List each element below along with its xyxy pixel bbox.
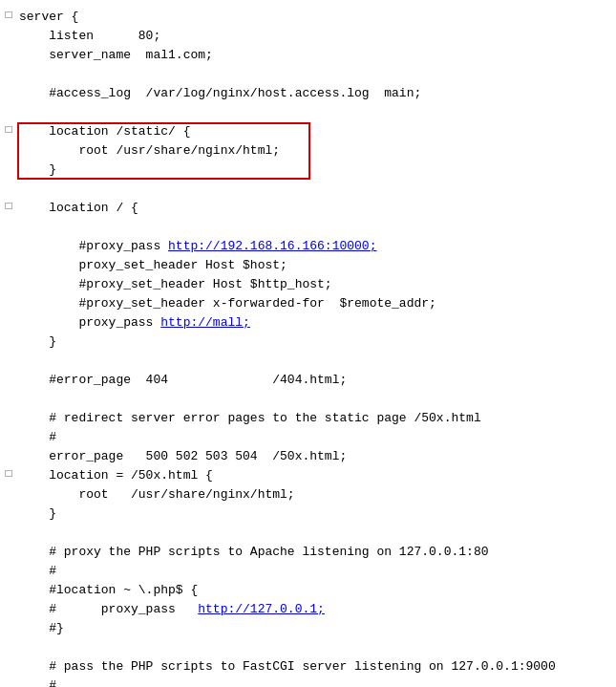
- line-1: □ server {: [0, 8, 616, 27]
- line-2: listen 80;: [0, 27, 616, 46]
- gutter-17: [0, 313, 17, 314]
- gutter-10: [0, 180, 17, 181]
- code-line-16: #proxy_set_header x-forwarded-for $remot…: [17, 294, 616, 313]
- code-line-20: #error_page 404 /404.html;: [17, 371, 616, 390]
- gutter-18: [0, 333, 17, 333]
- line-35: # pass the PHP scripts to FastCGI server…: [0, 657, 616, 676]
- line-22: # redirect server error pages to the sta…: [0, 409, 616, 428]
- line-31: #location ~ \.php$ {: [0, 581, 616, 600]
- gutter-15: [0, 275, 17, 276]
- code-line-31: #location ~ \.php$ {: [17, 581, 616, 600]
- line-16: #proxy_set_header x-forwarded-for $remot…: [0, 294, 616, 313]
- code-line-10: [17, 180, 616, 199]
- gutter-24: [0, 447, 17, 448]
- line-5: #access_log /var/log/nginx/host.access.l…: [0, 84, 616, 103]
- code-line-6: [17, 103, 616, 122]
- gutter-12: [0, 218, 17, 219]
- code-line-12: [17, 218, 616, 237]
- line-28: [0, 524, 616, 543]
- code-line-24: error_page 500 502 503 504 /50x.html;: [17, 447, 616, 466]
- line-4: [0, 65, 616, 84]
- line-17: proxy_pass http://mall;: [0, 313, 616, 333]
- gutter-31: [0, 581, 17, 582]
- gutter-3: [0, 46, 17, 47]
- code-line-25: location = /50x.html {: [17, 466, 616, 485]
- code-line-8: root /usr/share/nginx/html;: [17, 141, 616, 161]
- code-line-15: #proxy_set_header Host $http_host;: [17, 275, 616, 294]
- gutter-2: [0, 27, 17, 28]
- gutter-1: □: [0, 8, 17, 22]
- gutter-13: [0, 237, 17, 238]
- gutter-25: □: [0, 466, 17, 481]
- code-line-36: #: [17, 676, 616, 687]
- code-line-29: # proxy the PHP scripts to Apache listen…: [17, 543, 616, 562]
- gutter-28: [0, 524, 17, 525]
- line-14: proxy_set_header Host $host;: [0, 256, 616, 275]
- line-10: [0, 180, 616, 199]
- gutter-35: [0, 657, 17, 658]
- gutter-33: [0, 619, 17, 620]
- gutter-5: [0, 84, 17, 85]
- line-7: □ location /static/ {: [0, 122, 616, 141]
- highlighted-section: □ location /static/ { root /usr/share/ng…: [0, 122, 616, 180]
- line-3: server_name mal1.com;: [0, 46, 616, 65]
- line-6: [0, 103, 616, 122]
- line-19: [0, 352, 616, 371]
- gutter-20: [0, 371, 17, 372]
- line-8: root /usr/share/nginx/html;: [0, 141, 616, 161]
- line-18: }: [0, 333, 616, 352]
- line-11: □ location / {: [0, 199, 616, 218]
- code-line-30: #: [17, 562, 616, 581]
- gutter-29: [0, 543, 17, 544]
- gutter-30: [0, 562, 17, 563]
- gutter-19: [0, 352, 17, 353]
- gutter-26: [0, 485, 17, 486]
- line-20: #error_page 404 /404.html;: [0, 371, 616, 390]
- code-line-22: # redirect server error pages to the sta…: [17, 409, 616, 428]
- gutter-8: [0, 141, 17, 142]
- code-line-35: # pass the PHP scripts to FastCGI server…: [17, 657, 616, 676]
- code-line-14: proxy_set_header Host $host;: [17, 256, 616, 275]
- line-13: #proxy_pass http://192.168.16.166:10000;: [0, 237, 616, 256]
- line-26: root /usr/share/nginx/html;: [0, 485, 616, 505]
- proxy-pass-link-1[interactable]: http://192.168.16.166:10000;: [168, 239, 376, 253]
- code-line-2: listen 80;: [17, 27, 616, 46]
- code-line-3: server_name mal1.com;: [17, 46, 616, 65]
- code-line-1: server {: [17, 8, 616, 27]
- proxy-pass-link-3[interactable]: http://127.0.0.1;: [198, 602, 325, 616]
- gutter-32: [0, 600, 17, 601]
- code-line-5: #access_log /var/log/nginx/host.access.l…: [17, 84, 616, 103]
- line-30: #: [0, 562, 616, 581]
- line-29: # proxy the PHP scripts to Apache listen…: [0, 543, 616, 562]
- code-line-11: location / {: [17, 199, 616, 218]
- gutter-36: [0, 676, 17, 677]
- gutter-27: [0, 505, 17, 505]
- code-line-28: [17, 524, 616, 543]
- gutter-23: [0, 428, 17, 429]
- code-line-18: }: [17, 333, 616, 352]
- code-line-26: root /usr/share/nginx/html;: [17, 485, 616, 505]
- gutter-22: [0, 409, 17, 410]
- line-9: }: [0, 161, 616, 180]
- line-12: [0, 218, 616, 237]
- line-33: #}: [0, 619, 616, 638]
- code-line-4: [17, 65, 616, 84]
- proxy-pass-link-2[interactable]: http://mall;: [160, 315, 250, 330]
- line-21: [0, 390, 616, 409]
- code-line-33: #}: [17, 619, 616, 638]
- code-line-27: }: [17, 505, 616, 524]
- gutter-7: □: [0, 122, 17, 137]
- gutter-9: [0, 161, 17, 161]
- line-23: #: [0, 428, 616, 447]
- line-25: □ location = /50x.html {: [0, 466, 616, 485]
- code-line-9: }: [17, 161, 616, 180]
- code-line-13: #proxy_pass http://192.168.16.166:10000;: [17, 237, 616, 256]
- code-line-7: location /static/ {: [17, 122, 616, 141]
- line-15: #proxy_set_header Host $http_host;: [0, 275, 616, 294]
- code-line-21: [17, 390, 616, 409]
- code-line-19: [17, 352, 616, 371]
- gutter-14: [0, 256, 17, 257]
- code-line-17: proxy_pass http://mall;: [17, 313, 616, 333]
- line-24: error_page 500 502 503 504 /50x.html;: [0, 447, 616, 466]
- gutter-11: □: [0, 199, 17, 213]
